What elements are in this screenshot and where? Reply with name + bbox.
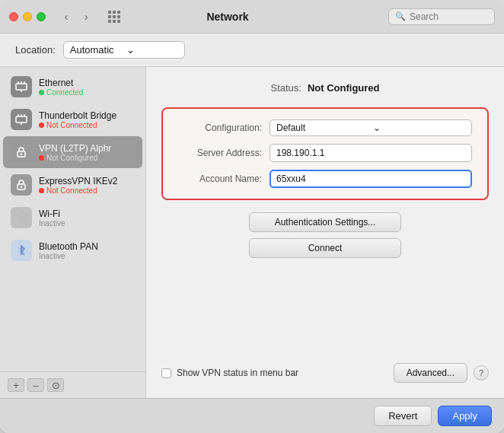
vpn-l2tp-status: Not Configured — [39, 154, 111, 162]
account-name-input[interactable] — [270, 170, 472, 188]
bluetooth-info: Bluetooth PAN Inactive — [39, 241, 98, 260]
ethernet-icon — [11, 76, 32, 97]
bluetooth-name: Bluetooth PAN — [39, 241, 98, 252]
configuration-chevron-icon: ⌄ — [373, 123, 465, 133]
sidebar: Ethernet Connected — [0, 67, 146, 398]
vpn-l2tp-info: VPN (L2TP) Alphr Not Configured — [39, 143, 111, 162]
wifi-status: Inactive — [39, 219, 65, 228]
bluetooth-icon — [11, 240, 32, 261]
search-icon: 🔍 — [395, 11, 406, 21]
window-title: Network — [73, 11, 382, 23]
svg-point-14 — [21, 221, 22, 222]
configuration-value: Default — [276, 123, 368, 133]
status-row: Status: Not Configured — [161, 82, 489, 94]
svg-rect-0 — [16, 84, 27, 90]
status-label: Status: — [270, 82, 301, 94]
svg-point-13 — [21, 186, 22, 187]
add-network-button[interactable]: + — [8, 378, 24, 392]
ethernet-info: Ethernet Connected — [39, 78, 83, 97]
sidebar-bottom-bar: + – ⊙ — [0, 371, 145, 398]
expressvpn-status-dot — [39, 188, 44, 193]
svg-rect-5 — [16, 116, 27, 123]
back-button[interactable]: ‹ — [58, 8, 75, 25]
sidebar-item-thunderbolt[interactable]: Thunderbolt Bridge Not Connected — [3, 103, 142, 135]
sidebar-item-expressvpn[interactable]: ExpressVPN IKEv2 Not Connected — [3, 169, 142, 201]
thunderbolt-info: Thunderbolt Bridge Not Connected — [39, 110, 116, 129]
wifi-icon — [11, 207, 32, 228]
ethernet-status-dot — [39, 90, 44, 95]
traffic-lights — [9, 12, 46, 21]
sidebar-item-vpn-l2tp[interactable]: VPN (L2TP) Alphr Not Configured — [3, 136, 142, 168]
advanced-button[interactable]: Advanced... — [394, 363, 467, 383]
configuration-label: Configuration: — [178, 123, 262, 133]
connect-button[interactable]: Connect — [249, 238, 401, 258]
main-content: Ethernet Connected — [0, 67, 504, 398]
thunderbolt-status-dot — [39, 123, 44, 128]
titlebar: ‹ › Network 🔍 — [0, 0, 504, 33]
content-bottom: Show VPN status in menu bar Advanced... … — [161, 363, 489, 383]
show-vpn-checkbox[interactable] — [161, 368, 171, 378]
vpn-l2tp-name: VPN (L2TP) Alphr — [39, 143, 111, 154]
content-panel: Status: Not Configured Configuration: De… — [146, 67, 504, 398]
revert-button[interactable]: Revert — [374, 406, 432, 426]
expressvpn-name: ExpressVPN IKEv2 — [39, 176, 117, 186]
apply-button[interactable]: Apply — [438, 406, 492, 426]
chevron-down-icon: ⌄ — [126, 44, 178, 56]
location-value: Automatic — [70, 44, 122, 56]
help-button[interactable]: ? — [474, 365, 489, 380]
right-action-buttons: Advanced... ? — [394, 363, 489, 383]
maximize-button[interactable] — [37, 12, 46, 21]
sidebar-list: Ethernet Connected — [0, 67, 145, 371]
thunderbolt-icon — [11, 109, 32, 130]
wifi-name: Wi-Fi — [39, 209, 65, 219]
search-input[interactable] — [410, 11, 486, 22]
window-bottom-bar: Revert Apply — [0, 398, 504, 433]
expressvpn-status: Not Connected — [39, 186, 117, 195]
location-label: Location: — [15, 44, 56, 56]
server-address-label: Server Address: — [178, 148, 262, 158]
vpn-l2tp-icon — [11, 142, 32, 163]
auth-settings-button[interactable]: Authentication Settings... — [249, 212, 401, 232]
expressvpn-icon — [11, 174, 32, 196]
ethernet-name: Ethernet — [39, 78, 83, 88]
server-address-row: Server Address: — [178, 144, 472, 162]
account-name-label: Account Name: — [178, 174, 262, 184]
configuration-select[interactable]: Default ⌄ — [270, 119, 472, 136]
show-vpn-row: Show VPN status in menu bar — [161, 368, 298, 378]
show-vpn-label: Show VPN status in menu bar — [177, 368, 298, 378]
center-buttons: Authentication Settings... Connect — [161, 212, 489, 258]
network-settings-button[interactable]: ⊙ — [47, 378, 64, 392]
wifi-info: Wi-Fi Inactive — [39, 209, 65, 228]
location-bar: Location: Automatic ⌄ — [0, 33, 504, 67]
network-preferences-window: ‹ › Network 🔍 Location: Automatic ⌄ — [0, 0, 504, 433]
sidebar-item-bluetooth[interactable]: Bluetooth PAN Inactive — [3, 234, 142, 266]
server-address-input[interactable] — [270, 144, 472, 162]
remove-network-button[interactable]: – — [27, 378, 44, 392]
bluetooth-status: Inactive — [39, 252, 98, 260]
search-box[interactable]: 🔍 — [388, 8, 495, 25]
close-button[interactable] — [9, 12, 18, 21]
location-select[interactable]: Automatic ⌄ — [63, 41, 185, 59]
config-panel: Configuration: Default ⌄ Server Address:… — [161, 107, 489, 200]
svg-point-11 — [21, 153, 22, 154]
configuration-row: Configuration: Default ⌄ — [178, 119, 472, 136]
sidebar-item-wifi[interactable]: Wi-Fi Inactive — [3, 202, 142, 234]
status-value: Not Configured — [308, 82, 380, 94]
vpn-l2tp-status-dot — [39, 155, 44, 161]
expressvpn-info: ExpressVPN IKEv2 Not Connected — [39, 176, 117, 195]
minimize-button[interactable] — [23, 12, 32, 21]
thunderbolt-status: Not Connected — [39, 121, 116, 129]
thunderbolt-name: Thunderbolt Bridge — [39, 110, 116, 121]
account-name-row: Account Name: — [178, 170, 472, 188]
sidebar-item-ethernet[interactable]: Ethernet Connected — [3, 71, 142, 103]
ethernet-status: Connected — [39, 88, 83, 97]
